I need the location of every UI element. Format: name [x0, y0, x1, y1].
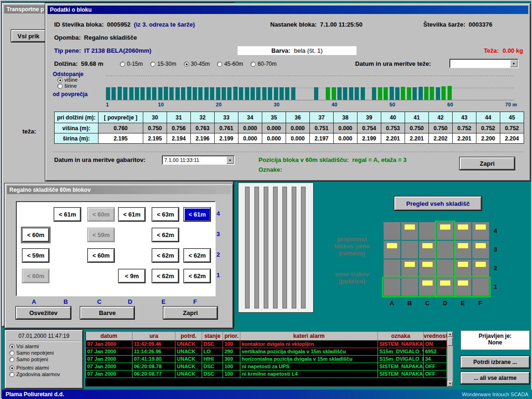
rack-button-E1[interactable]: < 62m [152, 269, 179, 283]
storage-cell-C2[interactable] [419, 259, 436, 277]
storage-cell-F3[interactable] [472, 241, 489, 259]
vsi-prik-button[interactable]: Vsi prik [11, 30, 46, 42]
storage-cell-F2[interactable] [472, 259, 489, 277]
storage-cell-B3[interactable] [401, 241, 418, 259]
alarm-filter-option[interactable]: Vsi alarmi [9, 343, 54, 349]
alarm-scrollbar[interactable]: ▲ ▼ [447, 331, 453, 387]
alarm-cell: DSC [202, 340, 223, 348]
weight-date-combo[interactable]: ▼ [449, 59, 518, 68]
ack-selected-button[interactable]: Potrdi izbrane ... [461, 356, 530, 368]
position-row: Pozicija bloka v 60m skladišču: regal = … [259, 156, 406, 163]
storage-cell-A4[interactable] [384, 222, 400, 240]
table-cell: 38 [334, 112, 357, 123]
gabarit-combo[interactable]: 7.1.00 11:33:11 ▼ [162, 155, 235, 165]
rack-button-F2[interactable]: < 62m [184, 249, 210, 262]
deviation-bar [274, 87, 278, 100]
rack-level-4: 4 [217, 210, 220, 217]
radio-label: 15-30m [157, 61, 176, 67]
deviation-option[interactable]: širine [57, 83, 77, 89]
storage-cell-D2[interactable] [437, 259, 454, 277]
alarm-cell: LO [202, 348, 223, 355]
alarm-row[interactable]: 07 Jan 200007:41:19.80UNACK_HIHI300horiz… [86, 355, 447, 363]
deviation-bar [384, 87, 388, 100]
alarm-row[interactable]: 07 Jan 200011:14:26.96UNACK_LO290vertika… [86, 348, 447, 355]
storage-cell-E1[interactable] [455, 278, 471, 296]
storage-cell-D3[interactable] [437, 241, 454, 259]
deviation-option[interactable]: višine [57, 77, 77, 83]
length-range-option[interactable]: 0-15m [120, 61, 143, 67]
storage-cell-F4[interactable] [472, 222, 489, 240]
alarm-filter-option[interactable]: Samo potrjeni [9, 357, 54, 362]
belt-stripe [301, 187, 306, 308]
alarm-column-header: potrd. [175, 332, 202, 340]
deviation-bar [407, 87, 411, 100]
storage-cell-F1[interactable] [472, 278, 489, 296]
alarm-filter-option[interactable]: Zgodovina alarmov [9, 371, 60, 377]
rack-button-A2[interactable]: < 59m [22, 249, 49, 262]
length-range-option[interactable]: 60-70m [251, 61, 277, 67]
alarm-cell: 07 Jan 2000 [86, 370, 133, 378]
rack-column-B: B [63, 298, 68, 305]
radio-label: višine [64, 77, 77, 83]
axis-tick: 10 [158, 102, 164, 107]
rack-button-E2[interactable]: < 62m [152, 249, 179, 262]
deviation-bar [216, 87, 220, 100]
rack-button-F1[interactable]: < 62m [184, 269, 210, 283]
rack-button-A3[interactable]: < 60m [22, 228, 49, 242]
alarm-row[interactable]: 07 Jan 200006:20:08.78UNACK_DSC100ni nap… [86, 363, 447, 370]
alarm-row[interactable]: 07 Jan 200011:42:09.46UNACK_DSC100kontak… [86, 340, 447, 348]
radio-label: Prisotni alarmi [16, 365, 49, 371]
storage-cell-D4[interactable] [437, 222, 454, 240]
refresh-button[interactable]: Osvežitev [16, 307, 71, 319]
rack-button-E3[interactable]: < 62m [152, 228, 179, 242]
storage-cell-C4[interactable] [419, 222, 436, 240]
alarm-timestamp: 07.01.2000 11:47:19 [6, 333, 82, 339]
note-row: Opomba: Regalno skladišče [54, 34, 137, 41]
alarm-filter-option[interactable]: Samo nepotrjeni [9, 350, 54, 356]
warehouse-titlebar[interactable]: Regalno skladišče 60m blokov [7, 186, 231, 194]
rack-button-D1[interactable]: < 9m [119, 269, 145, 283]
table-cell: 45 [500, 112, 524, 123]
dropdown-arrow-icon[interactable]: ▼ [510, 60, 518, 67]
rack-button-E4[interactable]: < 63m [152, 208, 179, 221]
dropdown-arrow-icon[interactable]: ▼ [226, 156, 234, 164]
rack-button-C2[interactable]: < 60m [88, 249, 114, 262]
ack-all-button[interactable]: ... ali vse alarme [461, 372, 530, 384]
table-cell: 0.000 [286, 133, 310, 144]
storage-cell-B4[interactable] [401, 222, 418, 240]
scroll-down-icon[interactable]: ▼ [448, 381, 453, 386]
rack-button-B4[interactable]: < 61m [54, 208, 81, 221]
gabarit-label: Datum in ura meritve gabaritov: [54, 156, 146, 163]
storage-cell-A1[interactable] [384, 278, 400, 296]
storage-cell-D1[interactable] [437, 278, 454, 296]
deviation-bar [285, 87, 289, 100]
length-range-option[interactable]: 30-45m [184, 61, 210, 67]
colors-button[interactable]: Barve [80, 307, 134, 319]
length-range-option[interactable]: 15-30m [150, 61, 176, 67]
scroll-up-icon[interactable]: ▲ [448, 332, 453, 337]
alarm-filter-group2: Prisotni alarmiZgodovina alarmov [9, 365, 60, 377]
storage-cell-E3[interactable] [455, 241, 471, 259]
storage-cell-A2[interactable] [384, 259, 400, 277]
storage-cell-C3[interactable] [419, 241, 436, 259]
table-cell: 41 [405, 112, 429, 123]
storage-cell-E2[interactable] [455, 259, 471, 277]
storage-cell-B1[interactable] [401, 278, 418, 296]
rack-button-F4[interactable]: < 61m [184, 208, 210, 221]
scroll-thumb[interactable] [448, 337, 453, 346]
dialog-titlebar[interactable]: Podatki o bloku [48, 6, 528, 14]
table-cell: 44 [476, 112, 500, 123]
table-cell: 32 [191, 112, 215, 123]
alarm-filter-option[interactable]: Prisotni alarmi [9, 365, 60, 371]
dialog-close-button[interactable]: Zapri [460, 157, 515, 170]
storage-cell-E4[interactable] [455, 222, 471, 240]
rack-button-D4[interactable]: < 61m [119, 208, 145, 221]
storage-cell-A3[interactable] [384, 241, 400, 259]
warehouse-close-button[interactable]: Zapri [163, 307, 217, 319]
storage-cell-C1[interactable] [419, 278, 436, 296]
statusbar: Plama Poliuretani d.d. Wonderware Intouc… [2, 390, 532, 399]
alarm-row[interactable]: 07 Jan 200006:20:08.77UNACK_DSC100ni krm… [86, 370, 447, 378]
storage-cell-B2[interactable] [401, 259, 418, 277]
length-range-option[interactable]: 45-60m [217, 61, 243, 67]
overview-button[interactable]: Pregled vseh skladišč [394, 196, 482, 210]
